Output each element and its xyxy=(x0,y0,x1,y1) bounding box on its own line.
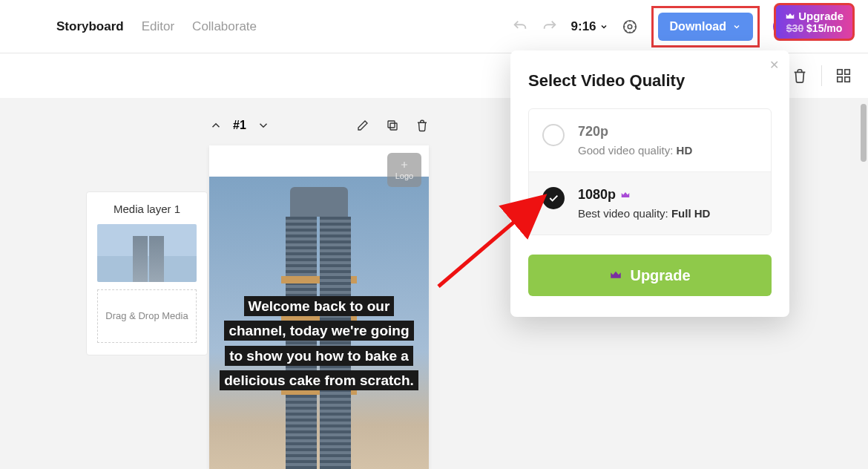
upgrade-button[interactable]: Upgrade xyxy=(528,255,772,296)
chevron-down-icon xyxy=(599,22,608,31)
plus-icon xyxy=(399,160,410,170)
download-button-label: Download xyxy=(670,20,726,33)
tab-editor[interactable]: Editor xyxy=(142,19,174,34)
svg-rect-6 xyxy=(390,123,397,130)
chevron-down-icon xyxy=(732,22,741,31)
media-layer-title: Media layer 1 xyxy=(97,203,197,215)
media-layer-panel: Media layer 1 Drag & Drop Media xyxy=(86,191,208,355)
scene-card[interactable]: Logo Welcome back to our channel, today … xyxy=(209,145,429,469)
chevron-down-icon[interactable] xyxy=(257,119,270,132)
grid-view-icon[interactable] xyxy=(835,68,852,84)
quality-option-720p[interactable]: 720p Good video quality: HD xyxy=(529,109,771,171)
nav-tabs: Storyboard Editor Collaborate xyxy=(56,19,257,34)
aspect-ratio-selector[interactable]: 9:16 xyxy=(571,19,608,34)
settings-gear-icon[interactable] xyxy=(622,19,638,35)
quality-sub-strong: Full HD xyxy=(671,207,711,220)
aspect-ratio-value: 9:16 xyxy=(571,19,596,34)
undo-icon[interactable] xyxy=(512,19,528,35)
quality-sub-prefix: Good video quality: xyxy=(578,144,677,157)
crown-icon xyxy=(620,190,631,200)
radio-selected-icon xyxy=(542,187,565,209)
check-icon xyxy=(548,192,559,204)
edit-icon[interactable] xyxy=(356,119,369,132)
quality-title: 1080p xyxy=(578,187,616,203)
svg-rect-5 xyxy=(845,77,849,82)
popover-title: Select Video Quality xyxy=(528,71,772,91)
tab-storyboard[interactable]: Storyboard xyxy=(56,19,124,34)
svg-rect-3 xyxy=(845,70,849,74)
scene-number: #1 xyxy=(233,119,246,132)
quality-sub-strong: HD xyxy=(677,144,693,157)
upgrade-promo-label: Upgrade xyxy=(798,10,844,22)
upgrade-new-price: $15/mo xyxy=(806,22,842,34)
topbar-right: 9:16 Download A xyxy=(512,6,812,47)
crown-icon xyxy=(609,269,622,282)
media-thumbnail[interactable] xyxy=(97,224,197,282)
quality-list: 720p Good video quality: HD 1080p Best v… xyxy=(528,108,772,235)
upgrade-old-price: $30 xyxy=(786,22,803,34)
crown-icon xyxy=(785,11,795,22)
media-drop-zone[interactable]: Drag & Drop Media xyxy=(97,289,197,343)
scene-header: #1 xyxy=(209,119,429,132)
download-button[interactable]: Download xyxy=(658,13,753,41)
add-logo-button[interactable]: Logo xyxy=(387,153,421,187)
top-bar: Storyboard Editor Collaborate 9:16 Downl… xyxy=(0,0,868,53)
logo-label: Logo xyxy=(395,171,413,180)
divider xyxy=(821,65,822,86)
quality-title: 720p xyxy=(578,124,608,140)
tab-collaborate[interactable]: Collaborate xyxy=(192,19,257,34)
svg-rect-7 xyxy=(388,121,395,128)
caption-overlay[interactable]: Welcome back to our channel, today we're… xyxy=(209,294,429,393)
download-button-highlight: Download xyxy=(651,6,760,47)
upgrade-button-label: Upgrade xyxy=(630,267,690,284)
duplicate-icon[interactable] xyxy=(386,119,399,132)
quality-sub-prefix: Best video quality: xyxy=(578,207,671,220)
video-quality-popover: ✕ Select Video Quality 720p Good video q… xyxy=(510,50,789,317)
redo-icon[interactable] xyxy=(542,19,558,35)
svg-point-1 xyxy=(628,24,632,29)
quality-option-1080p[interactable]: 1080p Best video quality: Full HD xyxy=(529,171,771,234)
close-icon[interactable]: ✕ xyxy=(769,58,779,72)
trash-icon[interactable] xyxy=(415,119,429,132)
svg-rect-2 xyxy=(838,70,842,74)
svg-rect-4 xyxy=(838,77,842,82)
caption-text: Welcome back to our channel, today we're… xyxy=(220,296,418,390)
scrollbar[interactable] xyxy=(861,104,867,162)
chevron-up-icon[interactable] xyxy=(209,119,223,132)
upgrade-promo-button[interactable]: Upgrade $30 $15/mo xyxy=(774,3,855,41)
trash-icon[interactable] xyxy=(792,68,808,84)
radio-unselected-icon xyxy=(542,124,565,146)
